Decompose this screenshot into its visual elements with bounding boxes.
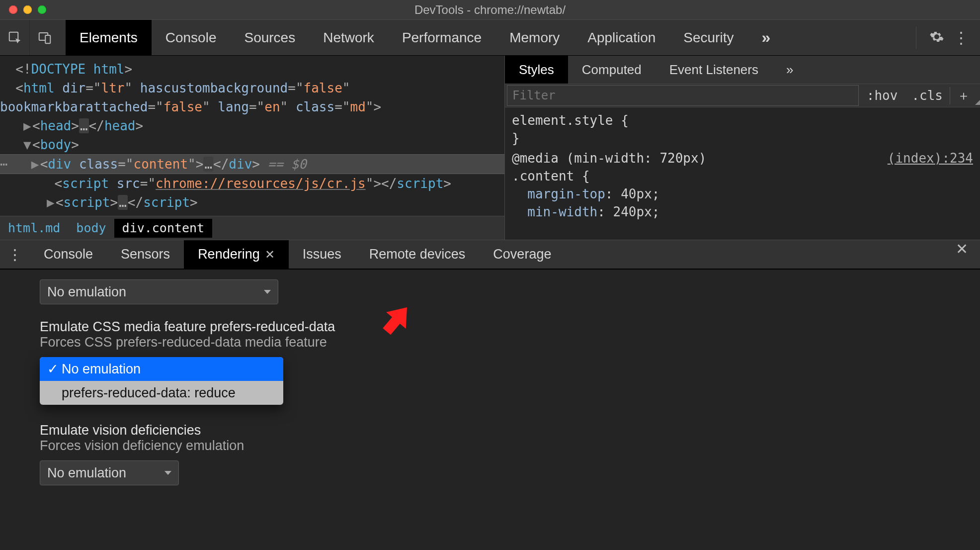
media-rule-block: (index):234 @media (min-width: 720px) .c… — [512, 149, 973, 221]
styles-tab-styles[interactable]: Styles — [505, 56, 568, 84]
window-controls — [9, 5, 46, 14]
chevron-down-icon — [164, 471, 171, 475]
chevron-double-right-icon: » — [786, 62, 793, 78]
breadcrumb-html[interactable]: html.md — [0, 219, 68, 238]
drawer-tab-remote-devices[interactable]: Remote devices — [355, 240, 480, 269]
option-prefers-reduced-data-reduce[interactable]: prefers-reduced-data: reduce — [40, 381, 283, 405]
kebab-menu-icon[interactable]: ⋮ — [953, 28, 968, 47]
styles-tab-bar: Styles Computed Event Listeners » — [505, 56, 980, 84]
resize-corner-icon[interactable] — [975, 100, 980, 105]
drawer-close-icon[interactable]: ✕ — [944, 240, 980, 269]
breadcrumb-div-content[interactable]: div.content — [114, 219, 213, 238]
tab-console[interactable]: Console — [152, 20, 231, 55]
tab-performance[interactable]: Performance — [388, 20, 495, 55]
new-style-rule-button[interactable]: ＋ — [950, 87, 973, 104]
chevron-down-icon — [264, 290, 271, 294]
breadcrumb-body[interactable]: body — [68, 219, 114, 238]
window-title: DevTools - chrome://newtab/ — [414, 3, 566, 17]
styles-filter-row: :hov .cls ＋ — [505, 84, 980, 107]
prefers-reduced-data-sub: Forces CSS prefers-reduced-data media fe… — [40, 335, 940, 350]
separator — [916, 27, 916, 49]
css-media-type-select[interactable]: No emulation — [40, 279, 278, 304]
tab-network[interactable]: Network — [309, 20, 388, 55]
drawer-tab-rendering[interactable]: Rendering ✕ — [184, 240, 289, 269]
workspace: <!DOCTYPE html> <html dir="ltr" hascusto… — [0, 56, 980, 240]
main-tab-bar: Elements Console Sources Network Perform… — [0, 20, 980, 56]
minimize-window-button[interactable] — [23, 5, 32, 14]
drawer-tab-sensors[interactable]: Sensors — [107, 240, 184, 269]
close-tab-icon[interactable]: ✕ — [265, 248, 275, 262]
styles-tab-computed[interactable]: Computed — [568, 56, 655, 84]
annotation-arrow-icon — [375, 298, 418, 345]
settings-gear-icon[interactable] — [929, 29, 944, 46]
option-no-emulation[interactable]: ✓ No emulation — [40, 357, 283, 381]
check-icon: ✓ — [47, 361, 59, 377]
close-window-button[interactable] — [9, 5, 17, 14]
tab-more[interactable]: » — [747, 20, 783, 55]
maximize-window-button[interactable] — [38, 5, 46, 14]
styles-tab-event-listeners[interactable]: Event Listeners — [655, 56, 772, 84]
cls-toggle[interactable]: .cls — [904, 88, 950, 103]
tab-sources[interactable]: Sources — [230, 20, 309, 55]
drawer-tab-console[interactable]: Console — [30, 240, 107, 269]
vision-deficiencies-title: Emulate vision deficiencies — [40, 423, 940, 438]
titlebar: DevTools - chrome://newtab/ — [0, 0, 980, 20]
device-toolbar-icon[interactable] — [30, 20, 60, 55]
styles-body[interactable]: element.style { } (index):234 @media (mi… — [505, 107, 980, 240]
styles-tab-more[interactable]: » — [772, 56, 807, 84]
svg-rect-2 — [45, 35, 50, 43]
source-link[interactable]: (index):234 — [888, 149, 973, 167]
prefers-reduced-data-title: Emulate CSS media feature prefers-reduce… — [40, 319, 940, 335]
rendering-panel: No emulation Emulate CSS media feature p… — [0, 270, 980, 548]
drawer-kebab-menu-icon[interactable]: ⋮ — [0, 240, 30, 269]
inspect-element-icon[interactable] — [0, 20, 30, 55]
drawer-tab-bar: ⋮ Console Sensors Rendering ✕ Issues Rem… — [0, 240, 980, 270]
dom-tree[interactable]: <!DOCTYPE html> <html dir="ltr" hascusto… — [0, 56, 504, 240]
prefers-reduced-data-select-open[interactable]: ✓ No emulation prefers-reduced-data: red… — [40, 357, 283, 405]
chevron-double-right-icon: » — [761, 28, 769, 47]
element-style-block: element.style { } — [512, 111, 973, 147]
styles-filter-input[interactable] — [507, 85, 859, 106]
vision-deficiencies-sub: Forces vision deficiency emulation — [40, 438, 940, 454]
tab-security[interactable]: Security — [669, 20, 747, 55]
tab-application[interactable]: Application — [573, 20, 669, 55]
drawer-tab-coverage[interactable]: Coverage — [479, 240, 565, 269]
styles-pane: Styles Computed Event Listeners » :hov .… — [504, 56, 980, 240]
drawer-tab-issues[interactable]: Issues — [289, 240, 355, 269]
breadcrumb: html.md body div.content — [0, 216, 504, 240]
vision-deficiency-select[interactable]: No emulation — [40, 460, 179, 485]
main-tabs: Elements Console Sources Network Perform… — [60, 20, 912, 55]
hov-toggle[interactable]: :hov — [860, 88, 905, 103]
tab-memory[interactable]: Memory — [495, 20, 573, 55]
tab-elements[interactable]: Elements — [66, 20, 152, 55]
